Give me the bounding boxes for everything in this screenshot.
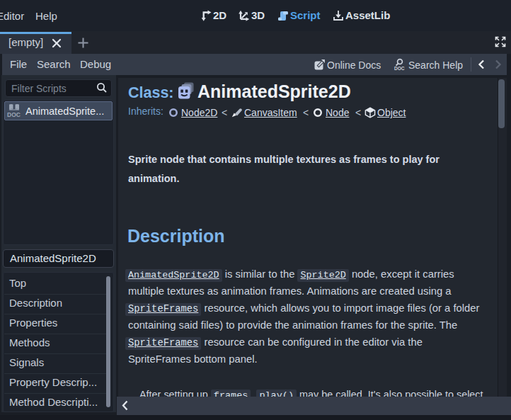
svg-text:DOC: DOC	[394, 66, 405, 71]
svg-text:DOC: DOC	[7, 111, 21, 118]
